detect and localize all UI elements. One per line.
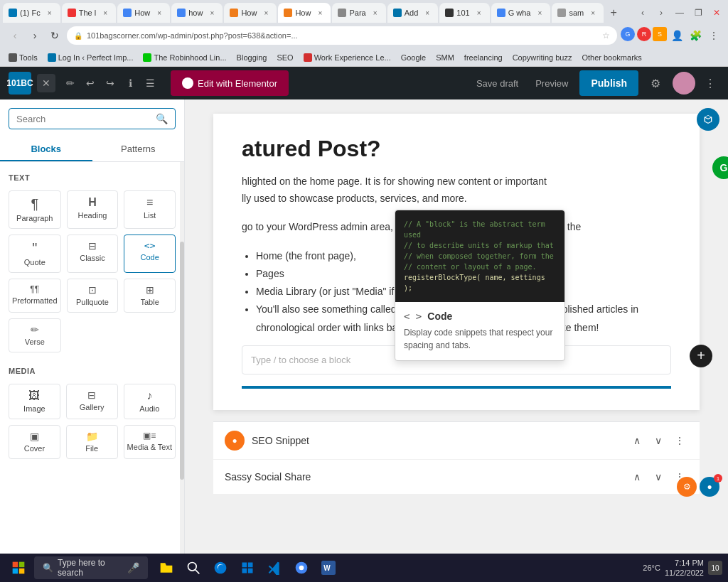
taskbar-app-search2[interactable] (181, 555, 206, 581)
bookmark-seo[interactable]: SEO (274, 53, 296, 62)
profile-btn[interactable]: 👤 (668, 27, 685, 44)
edit-with-elementor-button[interactable]: Edit with Elementor (171, 70, 289, 96)
taskbar-app-word[interactable]: W (316, 555, 341, 581)
extensions-btn[interactable]: 🧩 (687, 27, 704, 44)
ext-icon-3[interactable]: S (653, 27, 667, 41)
tab-google[interactable]: G wha × (491, 3, 551, 23)
bookmark-google[interactable]: Google (398, 53, 429, 62)
tab-close[interactable]: × (422, 8, 432, 18)
ext-icon-2[interactable]: R (637, 27, 651, 41)
bookmark-tools[interactable]: Tools (6, 53, 41, 62)
save-draft-button[interactable]: Save draft (471, 78, 524, 89)
search-box[interactable]: 🔍 (9, 108, 176, 129)
tab-close[interactable]: × (370, 8, 380, 18)
tab-close[interactable]: × (100, 8, 110, 18)
user-avatar[interactable] (673, 72, 695, 95)
taskbar-app-explorer[interactable] (154, 555, 179, 581)
tab-how-active[interactable]: How × (278, 3, 331, 23)
wp-redo-button[interactable]: ↪ (101, 74, 119, 92)
tab-close[interactable]: × (535, 8, 545, 18)
block-classic[interactable]: ⊟ Classic (67, 235, 119, 273)
social-up-button[interactable]: ∧ (628, 468, 646, 485)
block-preformatted[interactable]: ¶¶ Preformatted (9, 279, 61, 313)
add-block-button[interactable]: + (690, 345, 712, 367)
block-quote[interactable]: " Quote (9, 235, 61, 273)
bookmark-robinhood[interactable]: The Robinhood Lin... (140, 53, 229, 62)
block-audio[interactable]: ♪ Audio (124, 384, 176, 419)
tab-sam[interactable]: sam × (552, 3, 604, 23)
start-button[interactable] (6, 555, 31, 581)
star-icon[interactable]: ☆ (602, 31, 610, 41)
tab-close[interactable]: × (261, 8, 271, 18)
tab-close[interactable]: × (315, 8, 325, 18)
block-file[interactable]: 📁 File (66, 425, 118, 459)
tab-close[interactable]: × (45, 8, 55, 18)
tab-nav-left[interactable]: ‹ (634, 4, 651, 21)
tab-blocks[interactable]: Blocks (0, 138, 92, 161)
block-verse[interactable]: ✏ Verse (9, 318, 61, 352)
more-options-button[interactable]: ⋮ (701, 74, 719, 92)
wp-pen-tool[interactable]: ✏ (61, 74, 80, 92)
seo-down-button[interactable]: ∨ (650, 432, 667, 449)
tab-close[interactable]: × (588, 8, 598, 18)
taskbar-app-store[interactable] (235, 555, 260, 581)
new-tab-button[interactable]: + (605, 4, 622, 21)
tab-how3[interactable]: How × (224, 3, 277, 23)
search-input[interactable] (16, 114, 151, 124)
block-media-text[interactable]: ▣≡ Media & Text (124, 425, 176, 459)
block-image[interactable]: 🖼 Image (9, 384, 60, 419)
ext-icon-1[interactable]: G (621, 27, 635, 41)
forward-button[interactable]: › (26, 26, 44, 45)
bookmark-other[interactable]: Other bookmarks (579, 53, 644, 62)
settings-button[interactable]: ⚙ (644, 72, 667, 95)
wp-undo-button[interactable]: ↩ (81, 74, 100, 92)
more-btn[interactable]: ⋮ (705, 27, 722, 44)
seo-up-button[interactable]: ∧ (628, 432, 646, 449)
tab-nav-right[interactable]: › (653, 4, 670, 21)
bookmark-smm[interactable]: SMM (433, 53, 457, 62)
tab-linkedin[interactable]: (1) Fc × (3, 3, 60, 23)
tab-close[interactable]: × (154, 8, 164, 18)
social-down-button[interactable]: ∨ (650, 468, 667, 485)
minimize-btn[interactable]: — (671, 4, 688, 21)
taskbar-search[interactable]: 🔍 Type here to search 🎤 (34, 556, 148, 579)
taskbar-app-edge[interactable] (208, 555, 233, 581)
block-pullquote[interactable]: ⊡ Pullquote (67, 279, 119, 313)
bookmark-copywriting[interactable]: Copywriting buzz (510, 53, 575, 62)
seo-more-button[interactable]: ⋮ (671, 432, 688, 449)
block-gallery[interactable]: ⊟ Gallery (66, 384, 118, 419)
tab-how1[interactable]: How × (117, 3, 170, 23)
tab-add[interactable]: Add × (387, 3, 439, 23)
block-table[interactable]: ⊞ Table (124, 279, 176, 313)
bookmark-blogging[interactable]: Blogging (234, 53, 270, 62)
tab-how2[interactable]: how × (171, 3, 223, 23)
url-bar[interactable]: 🔒 101bagscorner.com/wp-admin/post.php?po… (67, 26, 617, 45)
bookmark-work[interactable]: Work Experience Le... (301, 53, 394, 62)
tab-para[interactable]: Para × (332, 3, 385, 23)
tab-the[interactable]: The l × (62, 3, 116, 23)
preview-button[interactable]: Preview (530, 78, 574, 89)
block-paragraph[interactable]: ¶ Paragraph (9, 190, 61, 229)
wp-list-button[interactable]: ☰ (141, 74, 159, 92)
restore-btn[interactable]: ❐ (690, 4, 707, 21)
wp-close-button[interactable]: ✕ (37, 74, 55, 92)
taskbar-app-chrome[interactable] (289, 555, 314, 581)
tab-patterns[interactable]: Patterns (92, 138, 185, 161)
block-code[interactable]: <> Code (124, 235, 176, 273)
notification-center[interactable]: 10 (708, 561, 722, 575)
tab-101[interactable]: 101 × (439, 3, 489, 23)
publish-button[interactable]: Publish (579, 70, 638, 96)
close-browser-btn[interactable]: ✕ (708, 4, 725, 21)
back-button[interactable]: ‹ (6, 26, 24, 45)
tab-close[interactable]: × (474, 8, 484, 18)
block-list[interactable]: ≡ List (124, 190, 176, 229)
taskbar-app-vscode[interactable] (262, 555, 287, 581)
wp-info-button[interactable]: ℹ (121, 74, 139, 92)
post-heading[interactable]: atured Post? (242, 135, 671, 162)
bookmark-login[interactable]: Log In ‹ Perfect Imp... (45, 53, 136, 62)
block-heading[interactable]: H Heading (67, 190, 119, 229)
block-cover[interactable]: ▣ Cover (9, 425, 60, 459)
bookmark-freelancing[interactable]: freelancing (461, 53, 505, 62)
reload-button[interactable]: ↻ (46, 26, 64, 45)
tab-close[interactable]: × (207, 8, 217, 18)
